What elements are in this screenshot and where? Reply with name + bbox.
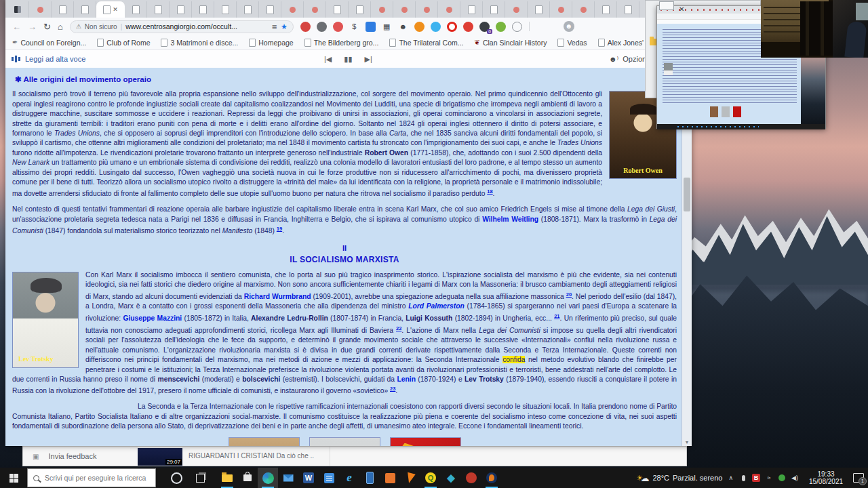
taskbar-clock[interactable]: 19:33 15/08/2021	[805, 470, 847, 485]
browser-tab[interactable]	[7, 1, 29, 18]
previous-paragraph-icon[interactable]: |◀	[324, 55, 332, 64]
bookmark-item[interactable]: Council on Foreign...	[12, 39, 86, 47]
tab-close-icon[interactable]	[113, 7, 118, 13]
record-ext-icon[interactable]	[333, 22, 343, 32]
forward-icon[interactable]: →	[28, 22, 37, 32]
bookmark-star-icon[interactable]: ★	[281, 22, 288, 31]
qgis[interactable]: Q	[420, 468, 441, 488]
bookmark-item[interactable]: Club of Rome	[97, 39, 150, 47]
browser-tab[interactable]	[214, 1, 237, 18]
browser-tab[interactable]	[259, 1, 281, 18]
opera-icon[interactable]	[447, 22, 457, 32]
back-icon[interactable]: ←	[12, 22, 21, 32]
video-title[interactable]: RIGUARDANTI I CRISTIANI Da ciò che ..	[189, 452, 314, 460]
weather-widget[interactable]: ☀ ☁ 28°C Parzial. sereno	[637, 473, 723, 483]
edge-browser[interactable]	[258, 468, 278, 488]
browser-tab[interactable]	[528, 1, 550, 18]
browser-tab[interactable]	[595, 1, 617, 18]
bookmark-item[interactable]: Vedas	[557, 39, 587, 47]
dark-ext-icon[interactable]: 0	[479, 22, 490, 32]
browser-tab[interactable]	[147, 1, 170, 18]
taskbar-search[interactable]	[27, 468, 156, 487]
microsoft-store[interactable]	[237, 468, 258, 488]
browser-tab[interactable]	[572, 1, 595, 18]
next-paragraph-icon[interactable]: ▶|	[364, 55, 372, 64]
url-text[interactable]: www.centrosangiorgio.com/occult...	[125, 22, 268, 30]
ghost-ext-icon[interactable]	[512, 22, 522, 32]
browser-tab[interactable]	[281, 1, 304, 18]
bookmark-item[interactable]: Homepage	[249, 39, 293, 47]
browser-tab[interactable]	[371, 1, 393, 18]
pencil-ext-icon[interactable]	[317, 22, 327, 32]
tab-strip[interactable]	[5, 0, 692, 18]
reading-list-icon[interactable]: ≣	[272, 23, 277, 30]
browser-tab[interactable]	[96, 1, 125, 18]
green-tray-icon[interactable]	[778, 474, 786, 481]
browser-tab[interactable]	[304, 1, 326, 18]
browser-tab[interactable]	[125, 1, 147, 18]
browser-tab[interactable]	[393, 1, 416, 18]
task-view-icon[interactable]	[196, 474, 205, 483]
grid-ext-icon[interactable]: ▦	[382, 22, 392, 32]
browser-tab[interactable]	[505, 1, 528, 18]
video-thumbnail[interactable]: 29:07	[138, 448, 182, 466]
file-explorer[interactable]	[217, 468, 237, 488]
home-icon[interactable]: ⌂	[58, 22, 63, 32]
action-center-icon[interactable]: 1	[853, 473, 864, 483]
dollar-ext-icon[interactable]: $	[349, 22, 359, 32]
blue-square-ext-icon[interactable]	[366, 22, 376, 32]
browser-tab[interactable]	[29, 1, 52, 18]
bookmark-item[interactable]: The Bilderberg gro...	[304, 39, 379, 47]
browser-tab[interactable]	[170, 1, 192, 18]
tray-expand-icon[interactable]: ∧	[728, 474, 733, 481]
scroll-down-icon[interactable]: ▼	[682, 440, 692, 445]
person-ext-icon[interactable]: ☻	[398, 22, 408, 32]
pip-video-window[interactable]	[761, 0, 868, 58]
antivirus-tray-icon[interactable]: B	[752, 474, 760, 482]
red-circle-app[interactable]	[461, 468, 481, 488]
browser-tab[interactable]	[416, 1, 438, 18]
bookmark-item[interactable]: Clan Sinclair History	[475, 39, 547, 47]
pause-icon[interactable]: ▮▮	[344, 55, 352, 64]
close-icon[interactable]: ✕	[679, 5, 684, 13]
browser-tab[interactable]	[74, 1, 96, 18]
browser-tab[interactable]	[192, 1, 214, 18]
orange-ext-icon[interactable]	[414, 22, 425, 32]
scrollbar-thumb[interactable]	[684, 178, 690, 211]
your-phone[interactable]	[359, 468, 380, 488]
cortana-icon[interactable]	[171, 472, 182, 484]
profile-avatar[interactable]: ☻	[564, 21, 574, 32]
browser-tab[interactable]	[52, 1, 74, 18]
reload-icon[interactable]: ↻	[43, 22, 51, 32]
background-window-strip[interactable]: ▣ Invia feedback 29:07 RIGUARDANTI I CRI…	[22, 446, 687, 466]
feedback-button[interactable]: Invia feedback	[48, 452, 96, 460]
search-input[interactable]	[43, 473, 155, 483]
bookmark-item[interactable]: 3 Matrimoni e disce...	[161, 39, 238, 47]
obs-app[interactable]	[481, 468, 502, 488]
mail-app[interactable]	[278, 468, 298, 488]
internet-explorer[interactable]: e	[339, 468, 359, 488]
lightblue-ext-icon[interactable]	[431, 22, 441, 32]
kdenlive[interactable]: ◆	[441, 468, 461, 488]
browser-tab[interactable]	[483, 1, 505, 18]
browser-tab[interactable]	[237, 1, 259, 18]
carrot-app[interactable]	[400, 468, 420, 488]
red-ext-icon[interactable]	[463, 22, 473, 32]
bookmark-item[interactable]: The Trilateral Com...	[389, 39, 463, 47]
address-bar[interactable]: ⚠ Non sicuro | www.centrosangiorgio.com/…	[70, 20, 294, 33]
browser-tab[interactable]	[438, 1, 460, 18]
browser-tab[interactable]	[326, 1, 349, 18]
blue-doc-app[interactable]	[319, 468, 339, 488]
mic-tray-icon[interactable]	[739, 475, 747, 481]
browser-tab[interactable]	[460, 1, 483, 18]
browser-tab[interactable]	[349, 1, 371, 18]
network-tray-icon[interactable]: ≈	[765, 474, 773, 481]
browser-tab[interactable]	[550, 1, 572, 18]
browser-tab[interactable]	[617, 1, 639, 18]
adblock-icon[interactable]	[300, 22, 311, 32]
start-button[interactable]	[0, 468, 27, 488]
mini-window-tab[interactable]	[659, 1, 674, 10]
green-ext-icon[interactable]	[496, 22, 506, 32]
orange-app[interactable]	[380, 468, 400, 488]
word[interactable]: W	[298, 468, 319, 488]
